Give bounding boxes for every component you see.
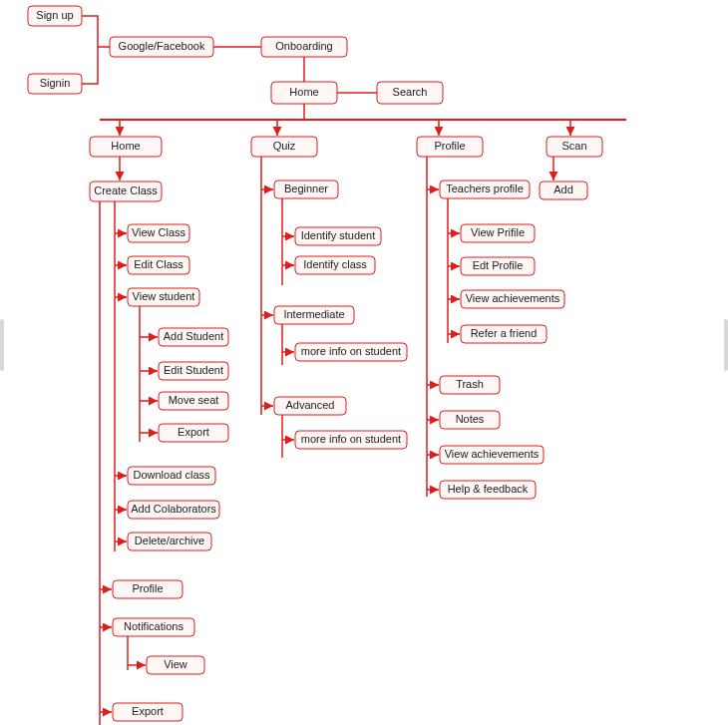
node-add-collab: Add Colaborators <box>128 501 219 519</box>
node-advanced: Advanced <box>274 397 346 415</box>
node-profile: Profile <box>113 580 182 598</box>
node-trash: Trash <box>440 376 500 394</box>
node-intermediate: Intermediate <box>274 306 354 324</box>
node-refer: Refer a friend <box>461 325 546 343</box>
label-quiz: Quiz <box>273 140 296 152</box>
label-profile-col: Profile <box>434 140 465 152</box>
node-edit-student: Edit Student <box>159 362 228 380</box>
node-teachers: Teachers profile <box>440 181 530 198</box>
label-download-class: Download class <box>133 469 210 481</box>
label-move-seat: Move seat <box>169 394 219 406</box>
node-view-class: View Class <box>128 224 189 242</box>
node-home-top: Home <box>271 82 337 104</box>
label-edit-profile: Edt Profile <box>473 259 524 271</box>
node-export: Export <box>113 703 182 721</box>
node-notes: Notes <box>440 411 500 429</box>
node-onboarding: Onboarding <box>261 37 347 57</box>
label-view: View <box>164 658 187 670</box>
node-beginner: Beginner <box>274 181 338 198</box>
scroll-handle-left <box>0 319 4 371</box>
label-advanced: Advanced <box>286 399 335 411</box>
label-notes: Notes <box>456 413 485 425</box>
scroll-handle-right <box>724 319 728 371</box>
node-view-profile: View Prifile <box>461 224 535 242</box>
label-view-ach: View achievements <box>466 292 560 304</box>
label-add-collab: Add Colaborators <box>131 503 216 515</box>
label-scan: Scan <box>561 140 586 152</box>
label-export: Export <box>132 705 164 717</box>
node-google: Google/Facebook <box>110 37 213 57</box>
label-add-student: Add Student <box>164 330 224 342</box>
label-create-class: Create Class <box>94 184 158 196</box>
node-more1: more info on student <box>295 343 407 361</box>
node-scan: Scan <box>546 137 602 157</box>
label-view-ach2: View achievements <box>445 448 540 460</box>
label-teachers: Teachers profile <box>446 182 524 194</box>
label-trash: Trash <box>456 378 484 390</box>
node-view-ach2: View achievements <box>440 446 544 464</box>
label-delete-archive: Delete/archive <box>135 535 204 546</box>
node-help: Help & feedback <box>440 481 536 499</box>
node-add-student: Add Student <box>159 328 228 346</box>
label-onboarding: Onboarding <box>275 40 333 52</box>
label-add: Add <box>553 183 573 195</box>
node-search: Search <box>377 82 443 104</box>
label-beginner: Beginner <box>284 182 328 194</box>
label-more2: more info on student <box>301 433 401 445</box>
label-google: Google/Facebook <box>119 40 205 52</box>
label-edit-student: Edit Student <box>164 364 223 376</box>
label-more1: more info on student <box>301 345 401 357</box>
label-ident-class: Identify class <box>303 258 367 270</box>
label-home: Home <box>111 140 140 152</box>
node-view: View <box>147 656 204 674</box>
label-signup: Sign up <box>36 9 73 21</box>
node-home: Home <box>90 137 162 157</box>
node-create-class: Create Class <box>90 181 162 201</box>
node-add: Add <box>540 181 587 199</box>
node-edit-class: Edit Class <box>128 256 189 274</box>
node-signup: Sign up <box>28 6 82 26</box>
label-refer: Refer a friend <box>471 327 538 339</box>
node-profile-col: Profile <box>417 137 483 157</box>
label-view-profile: View Prifile <box>471 226 525 238</box>
label-search: Search <box>393 86 428 98</box>
label-notifications: Notifications <box>124 620 183 632</box>
node-notifications: Notifications <box>113 618 194 636</box>
node-view-ach: View achievements <box>461 290 564 308</box>
label-edit-class: Edit Class <box>134 258 183 270</box>
node-ident-class: Identify class <box>295 256 375 274</box>
label-view-student: View student <box>133 290 195 302</box>
node-signin: Signin <box>28 74 82 94</box>
label-intermediate: Intermediate <box>283 308 344 320</box>
label-home-top: Home <box>289 86 318 98</box>
label-export-sub: Export <box>178 426 209 438</box>
node-quiz: Quiz <box>251 137 317 157</box>
node-more2: more info on student <box>295 431 407 449</box>
node-delete-archive: Delete/archive <box>128 533 211 550</box>
node-edit-profile: Edt Profile <box>461 257 535 275</box>
label-signin: Signin <box>40 77 71 89</box>
label-help: Help & feedback <box>448 483 529 495</box>
node-ident-student: Identify student <box>295 227 381 245</box>
label-ident-student: Identify student <box>301 229 376 241</box>
node-move-seat: Move seat <box>159 392 228 410</box>
label-view-class: View Class <box>132 226 186 238</box>
node-view-student: View student <box>128 288 199 306</box>
node-export-sub: Export <box>159 424 228 442</box>
label-profile: Profile <box>132 582 163 594</box>
node-download-class: Download class <box>128 467 215 485</box>
